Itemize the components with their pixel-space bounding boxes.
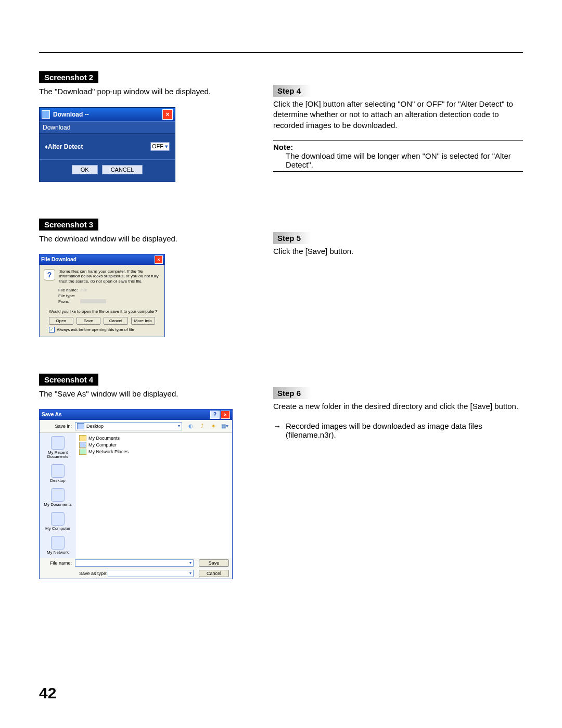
page-number: 42	[39, 684, 56, 702]
list-item[interactable]: My Computer	[79, 442, 229, 448]
alter-detect-label: ♦Alter Detect	[45, 143, 150, 150]
place-computer[interactable]: My Computer	[40, 512, 76, 531]
save-button[interactable]: Save	[199, 559, 229, 567]
file-list[interactable]: My Documents My Computer My Network Plac…	[76, 433, 232, 558]
chevron-down-icon: ▾	[178, 424, 180, 428]
step-4-body: Click the [OK] button after selecting "O…	[273, 99, 523, 131]
more-info-button[interactable]: More Info	[131, 317, 156, 325]
filename-label: File name:	[58, 288, 80, 292]
place-recent[interactable]: My Recent Documents	[40, 436, 76, 459]
close-icon[interactable]: ×	[162, 109, 173, 120]
place-documents[interactable]: My Documents	[40, 488, 76, 507]
filename-input[interactable]: ▾	[75, 559, 194, 567]
views-icon[interactable]: ▦▾	[221, 422, 229, 430]
places-bar: My Recent Documents Desktop My Documents…	[40, 433, 76, 558]
file-download-dialog: File Download × ? Some files can harm yo…	[39, 254, 165, 338]
close-icon[interactable]: ×	[221, 411, 230, 419]
download-titlebar: Download -- ×	[40, 108, 175, 121]
step-6-result: Recorded images will be downloaded as im…	[286, 422, 523, 439]
download-title: Download --	[53, 111, 89, 118]
screenshot-2-desc: The "Download" pop-up window will be dis…	[39, 86, 258, 97]
step-5-body: Click the [Save] button.	[273, 246, 523, 257]
always-ask-checkbox[interactable]: ✓	[49, 327, 55, 333]
desktop-icon	[77, 423, 84, 429]
screenshot-3-desc: The download window will be displayed.	[39, 234, 258, 244]
step-5-tag: Step 5	[273, 232, 311, 244]
ok-button[interactable]: OK	[72, 165, 98, 174]
download-subtitle: Download	[40, 121, 175, 134]
list-item[interactable]: My Network Places	[79, 449, 229, 455]
screenshot-2-tag: Screenshot 2	[39, 71, 98, 83]
screenshot-4-tag: Screenshot 4	[39, 374, 98, 386]
alter-detect-select[interactable]: OFF ▾	[150, 142, 170, 151]
save-in-label: Save in:	[43, 424, 75, 429]
chevron-down-icon: ▾	[189, 571, 191, 576]
screenshot-3-tag: Screenshot 3	[39, 219, 98, 231]
step-4-tag: Step 4	[273, 85, 311, 97]
save-in-combo[interactable]: Desktop▾	[75, 422, 182, 430]
cancel-button[interactable]: Cancel	[104, 317, 128, 325]
from-label: From:	[58, 299, 80, 304]
filetype-label: File type:	[58, 293, 80, 298]
cancel-button[interactable]: CANCEL	[102, 165, 143, 174]
open-button[interactable]: Open	[49, 317, 73, 325]
cancel-button[interactable]: Cancel	[199, 570, 229, 577]
save-button[interactable]: Save	[76, 317, 101, 325]
step-6-body: Create a new folder in the desired direc…	[273, 401, 523, 412]
list-item[interactable]: My Documents	[79, 435, 229, 441]
from-value	[80, 299, 106, 303]
always-ask-label: Always ask before opening this type of f…	[57, 327, 134, 332]
new-folder-icon[interactable]: ✶	[209, 422, 218, 430]
file-download-title: File Download	[41, 257, 76, 262]
save-as-type-label: Save as type:	[79, 571, 108, 576]
save-as-dialog: Save As ? × Save in: Desktop▾ ◐ ⤴ ✶ ▦▾	[39, 409, 233, 579]
filename-value: .h3r	[80, 288, 139, 292]
place-desktop[interactable]: Desktop	[40, 464, 76, 483]
note-head: Note:	[273, 143, 523, 151]
help-icon[interactable]: ?	[210, 411, 220, 419]
back-icon[interactable]: ◐	[186, 422, 195, 430]
screenshot-4-desc: The "Save As" window will be displayed.	[39, 389, 258, 399]
question-icon: ?	[44, 269, 55, 280]
step-6-tag: Step 6	[273, 387, 311, 399]
filename-label: File name:	[43, 560, 75, 566]
file-download-question: Would you like to open the file or save …	[49, 309, 160, 314]
filetype-combo[interactable]: ▾	[108, 570, 194, 577]
place-network[interactable]: My Network	[40, 536, 76, 555]
save-as-title: Save As	[42, 412, 62, 417]
close-icon[interactable]: ×	[155, 256, 163, 264]
chevron-down-icon: ▾	[165, 143, 168, 149]
up-icon[interactable]: ⤴	[198, 422, 206, 430]
file-download-warning: Some files can harm your computer. If th…	[59, 269, 160, 284]
download-popup: Download -- × Download ♦Alter Detect OFF…	[39, 107, 175, 182]
note-body: The download time will be longer when "O…	[273, 151, 523, 169]
chevron-down-icon: ▾	[189, 560, 191, 565]
arrow-icon: →	[273, 422, 286, 439]
window-icon	[42, 110, 50, 119]
